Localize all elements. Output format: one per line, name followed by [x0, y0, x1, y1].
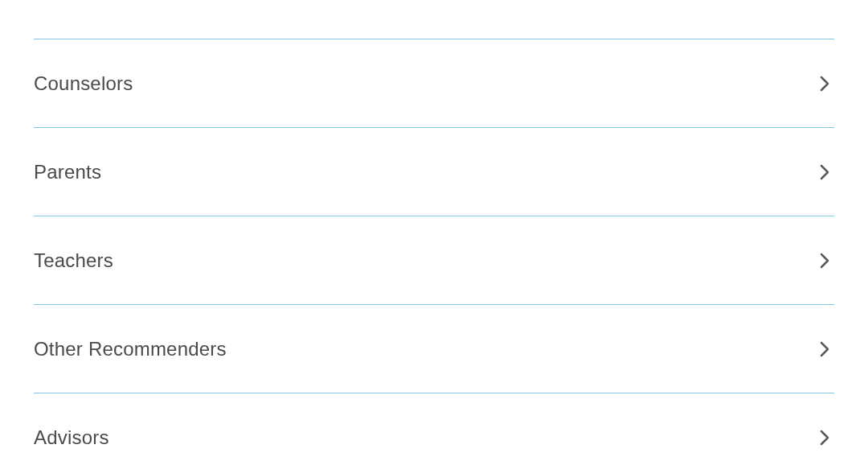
chevron-right-icon [815, 340, 834, 359]
chevron-right-icon [815, 428, 834, 447]
list-item-other-recommenders[interactable]: Other Recommenders [34, 304, 834, 393]
list-item-teachers[interactable]: Teachers [34, 216, 834, 304]
list-item-label: Other Recommenders [34, 338, 227, 360]
list-item-parents[interactable]: Parents [34, 127, 834, 216]
list-item-label: Counselors [34, 72, 133, 95]
list-item-label: Parents [34, 161, 101, 183]
chevron-right-icon [815, 251, 834, 270]
chevron-right-icon [815, 74, 834, 93]
list-item-label: Teachers [34, 249, 113, 272]
list-item-label: Advisors [34, 426, 109, 449]
recommender-list: Counselors Parents Teachers Other Recomm… [0, 39, 868, 457]
list-item-counselors[interactable]: Counselors [34, 39, 834, 127]
list-item-advisors[interactable]: Advisors [34, 393, 834, 457]
chevron-right-icon [815, 163, 834, 182]
